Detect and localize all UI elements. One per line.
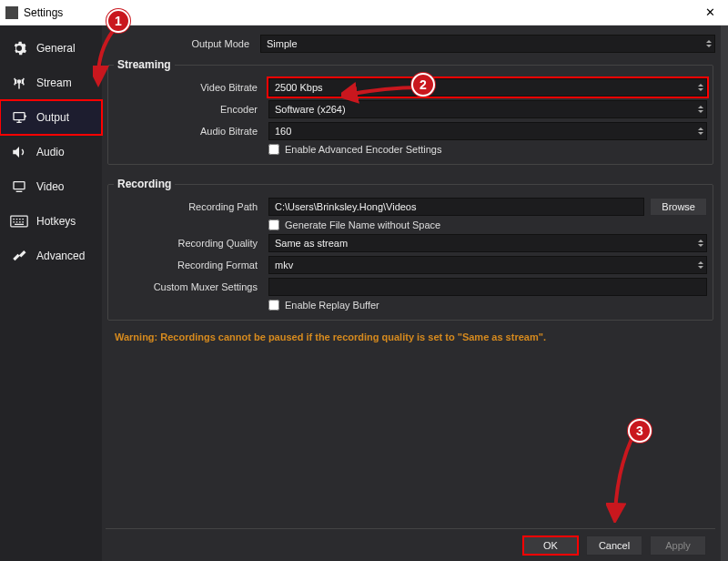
adv-encoder-label: Enable Advanced Encoder Settings: [285, 144, 441, 155]
recording-format-select[interactable]: [268, 256, 707, 274]
recording-legend: Recording: [114, 178, 175, 190]
audio-bitrate-label: Audio Bitrate: [114, 126, 268, 137]
sidebar-item-label: Stream: [36, 76, 72, 89]
window-title: Settings: [24, 6, 63, 19]
broadcast-icon: [9, 75, 29, 91]
browse-button[interactable]: Browse: [650, 198, 707, 216]
sidebar-item-hotkeys[interactable]: Hotkeys: [0, 204, 102, 239]
video-bitrate-row: Video Bitrate: [114, 76, 707, 98]
recording-group: Recording Recording Path Browse Generat: [107, 178, 713, 321]
tools-icon: [9, 248, 29, 264]
recording-path-label: Recording Path: [114, 201, 268, 212]
recording-quality-label: Recording Quality: [114, 238, 268, 249]
scrollbar[interactable]: [721, 26, 728, 561]
sidebar-item-video[interactable]: Video: [0, 169, 102, 204]
audio-bitrate-select[interactable]: [268, 122, 707, 140]
sidebar-item-label: Video: [36, 180, 64, 193]
main-panel: Output Mode Streaming Video Bitrate Enco: [102, 26, 721, 561]
output-mode-label: Output Mode: [106, 38, 260, 49]
sidebar-item-label: Hotkeys: [36, 215, 76, 228]
video-bitrate-fieldbox: [268, 78, 707, 97]
annotation-marker-1: 1: [106, 9, 130, 33]
replay-buffer-row[interactable]: Enable Replay Buffer: [268, 300, 379, 311]
adv-encoder-checkbox[interactable]: [268, 144, 279, 155]
svg-rect-3: [11, 216, 27, 227]
encoder-label: Encoder: [114, 104, 268, 115]
sidebar-item-stream[interactable]: Stream: [0, 66, 102, 100]
recording-quality-select[interactable]: [268, 234, 707, 252]
video-bitrate-input[interactable]: [268, 78, 707, 97]
monitor-icon: [9, 109, 29, 126]
output-mode-row: Output Mode: [106, 33, 715, 55]
replay-buffer-checkbox[interactable]: [268, 300, 279, 311]
dialog-footer: OK Cancel Apply: [106, 528, 715, 561]
close-button[interactable]: ✕: [692, 5, 728, 19]
svg-rect-1: [14, 113, 25, 120]
gear-icon: [9, 40, 29, 56]
adv-encoder-checkbox-row[interactable]: Enable Advanced Encoder Settings: [268, 144, 441, 155]
sidebar-item-general[interactable]: General: [0, 31, 102, 66]
gen-filename-row[interactable]: Generate File Name without Space: [268, 219, 440, 230]
streaming-legend: Streaming: [114, 58, 175, 71]
sidebar-item-label: General: [36, 42, 76, 55]
settings-window: Settings ✕ General Stream Output Audio: [0, 0, 728, 561]
video-bitrate-label: Video Bitrate: [114, 82, 268, 93]
annotation-marker-2: 2: [411, 73, 435, 97]
recording-format-label: Recording Format: [114, 260, 268, 270]
muxer-input[interactable]: [268, 278, 707, 296]
cancel-button[interactable]: Cancel: [586, 536, 642, 556]
warning-text: Warning: Recordings cannot be paused if …: [106, 330, 715, 344]
recording-path-input[interactable]: [268, 198, 644, 216]
sidebar-item-advanced[interactable]: Advanced: [0, 239, 102, 273]
gen-filename-checkbox[interactable]: [268, 219, 279, 230]
muxer-label: Custom Muxer Settings: [114, 281, 268, 292]
display-icon: [9, 178, 29, 195]
encoder-select[interactable]: [268, 100, 707, 118]
sidebar-item-audio[interactable]: Audio: [0, 135, 102, 169]
svg-rect-2: [14, 182, 25, 189]
sidebar-item-label: Audio: [36, 146, 65, 158]
sidebar: General Stream Output Audio Video Hotkey…: [0, 26, 102, 561]
gen-filename-label: Generate File Name without Space: [285, 219, 440, 230]
annotation-marker-3: 3: [628, 419, 652, 443]
replay-buffer-label: Enable Replay Buffer: [285, 300, 379, 311]
apply-button[interactable]: Apply: [650, 536, 706, 556]
sidebar-item-label: Output: [36, 111, 69, 124]
speaker-icon: [9, 144, 29, 160]
keyboard-icon: [9, 213, 29, 230]
output-mode-select[interactable]: [260, 35, 715, 53]
sidebar-item-label: Advanced: [36, 250, 85, 262]
streaming-group: Streaming Video Bitrate Encoder: [107, 58, 713, 165]
ok-button[interactable]: OK: [522, 536, 579, 556]
app-icon: [5, 6, 18, 19]
output-mode-fieldbox: [260, 35, 715, 53]
sidebar-item-output[interactable]: Output: [0, 100, 102, 135]
